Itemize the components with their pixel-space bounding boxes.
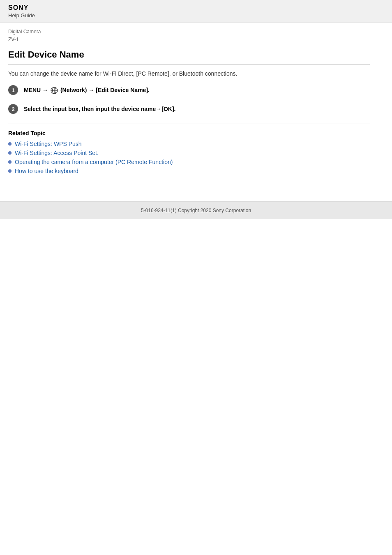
intro-text: You can change the device name for Wi-Fi… [8, 70, 370, 77]
step-1-text: MENU → (Network) → [Edit Device Name]. [24, 85, 150, 95]
bullet-dot [8, 160, 12, 164]
step-1: 1 MENU → (Network) → [Edit Device Name]. [8, 85, 370, 95]
help-guide-label: Help Guide [8, 12, 384, 18]
list-item: Wi-Fi Settings: Access Point Set. [8, 150, 370, 156]
related-link-keyboard[interactable]: How to use the keyboard [15, 168, 78, 174]
related-links-list: Wi-Fi Settings: WPS Push Wi-Fi Settings:… [8, 141, 370, 174]
header: SONY Help Guide [0, 0, 392, 23]
bullet-dot [8, 169, 12, 173]
step-2: 2 Select the input box, then input the d… [8, 104, 370, 114]
footer-text: 5-016-934-11(1) Copyright 2020 Sony Corp… [141, 208, 251, 213]
breadcrumb-line1: Digital Camera [8, 28, 384, 36]
related-link-access-point[interactable]: Wi-Fi Settings: Access Point Set. [15, 150, 99, 156]
related-link-wps[interactable]: Wi-Fi Settings: WPS Push [15, 141, 82, 147]
network-icon [51, 87, 58, 94]
step-number-2: 2 [8, 104, 18, 114]
step-2-text: Select the input box, then input the dev… [24, 104, 175, 113]
related-link-pc-remote[interactable]: Operating the camera from a computer (PC… [15, 159, 173, 165]
footer: 5-016-934-11(1) Copyright 2020 Sony Corp… [0, 201, 392, 219]
page-title: Edit Device Name [8, 49, 370, 65]
sony-brand: SONY [8, 4, 384, 12]
main-content: Edit Device Name You can change the devi… [0, 45, 378, 185]
bullet-dot [8, 142, 12, 146]
list-item: How to use the keyboard [8, 168, 370, 174]
bullet-dot [8, 151, 12, 155]
breadcrumb: Digital Camera ZV-1 [0, 23, 392, 45]
list-item: Operating the camera from a computer (PC… [8, 159, 370, 165]
list-item: Wi-Fi Settings: WPS Push [8, 141, 370, 147]
step-number-1: 1 [8, 85, 18, 95]
related-topic-title: Related Topic [8, 130, 370, 136]
steps-container: 1 MENU → (Network) → [Edit Device Name].… [8, 85, 370, 114]
breadcrumb-line2: ZV-1 [8, 36, 384, 44]
divider [8, 123, 370, 123]
related-topics: Related Topic Wi-Fi Settings: WPS Push W… [8, 130, 370, 174]
step-1-text-detail: (Network) → [Edit Device Name]. [60, 87, 150, 93]
